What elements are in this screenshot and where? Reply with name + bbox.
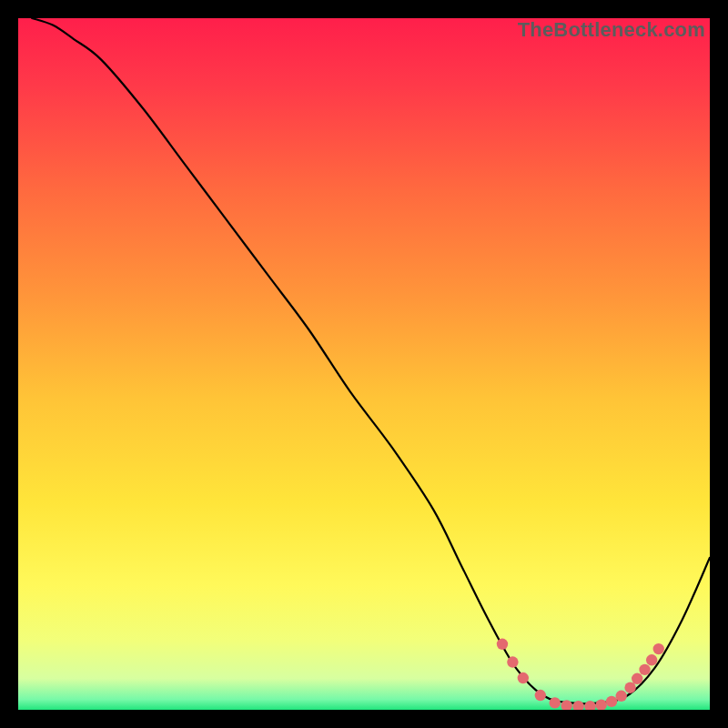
watermark-text: TheBottleneck.com	[518, 18, 705, 42]
marker-dot	[518, 672, 529, 683]
gradient-background	[18, 18, 710, 710]
marker-dot	[646, 654, 657, 665]
marker-dot	[497, 639, 508, 650]
marker-dot	[653, 643, 664, 654]
marker-dot	[535, 690, 546, 701]
marker-dot	[616, 691, 627, 702]
marker-dot	[632, 673, 642, 684]
bottleneck-chart	[18, 18, 710, 710]
marker-dot	[624, 682, 635, 693]
marker-dot	[507, 656, 518, 667]
marker-dot	[550, 697, 561, 708]
marker-dot	[606, 696, 617, 707]
marker-dot	[639, 664, 650, 675]
chart-frame: TheBottleneck.com	[18, 18, 710, 710]
